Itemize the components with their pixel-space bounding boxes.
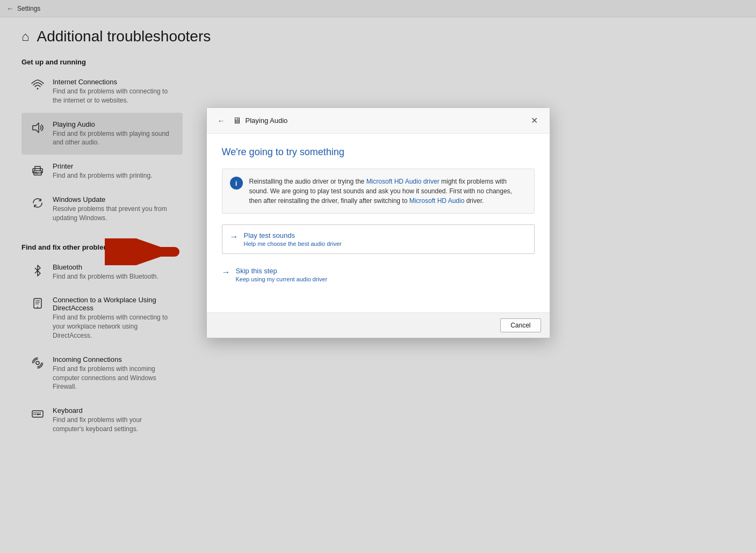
dialog-footer: Cancel: [207, 312, 550, 338]
play-test-subtitle: Help me choose the best audio driver: [244, 241, 342, 247]
cancel-button[interactable]: Cancel: [500, 318, 541, 332]
dialog-close-button[interactable]: ✕: [527, 113, 542, 128]
info-text: Reinstalling the audio driver or trying …: [249, 177, 527, 206]
info-box: i Reinstalling the audio driver or tryin…: [222, 169, 535, 214]
playing-audio-dialog: ← 🖥 Playing Audio ✕ We're going to try s…: [206, 107, 550, 338]
dialog-title-icon: 🖥: [233, 116, 241, 126]
dialog-back-button[interactable]: ←: [214, 115, 228, 126]
dialog-heading: We're going to try something: [222, 147, 535, 158]
skip-title: Skip this step: [236, 267, 328, 275]
action-skip-step[interactable]: → Skip this step Keep using my current a…: [222, 260, 535, 289]
skip-arrow-icon: →: [222, 267, 231, 277]
action-play-test-sounds[interactable]: → Play test sounds Help me choose the be…: [222, 224, 535, 254]
play-test-title: Play test sounds: [244, 231, 342, 239]
info-icon: i: [230, 177, 243, 190]
skip-subtitle: Keep using my current audio driver: [236, 276, 328, 282]
dialog-titlebar: ← 🖥 Playing Audio ✕: [207, 108, 550, 134]
info-link-2: Microsoft HD Audio: [409, 197, 465, 205]
dialog-title: Playing Audio: [246, 117, 527, 125]
dialog-body: We're going to try something i Reinstall…: [207, 134, 550, 304]
dialog-overlay: ← 🖥 Playing Audio ✕ We're going to try s…: [0, 0, 756, 553]
play-arrow-icon: →: [230, 232, 239, 242]
info-link-1: Microsoft HD Audio driver: [366, 178, 440, 185]
